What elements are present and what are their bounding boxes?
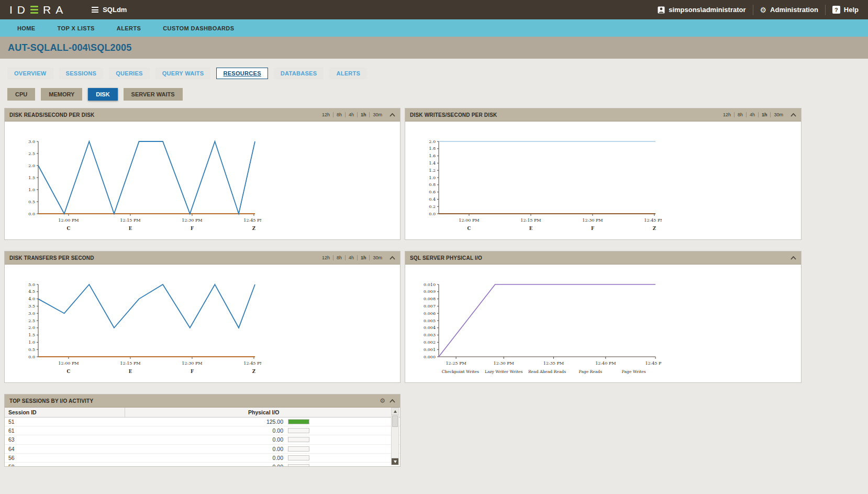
scrollbar-thumb[interactable]: [392, 415, 398, 427]
table-row[interactable]: 640.00: [5, 445, 400, 454]
hamburger-menu-icon[interactable]: [92, 6, 98, 14]
collapse-chevron-icon[interactable]: [791, 256, 796, 260]
nav-item-home[interactable]: HOME: [6, 25, 47, 31]
svg-text:12:45 PM: 12:45 PM: [645, 361, 662, 366]
svg-text:12:45 PM: 12:45 PM: [243, 361, 261, 366]
svg-text:F: F: [191, 226, 194, 231]
disk-transfers-chart: 0.00.51.01.52.02.53.03.54.04.55.012:00 P…: [15, 280, 400, 386]
table-row[interactable]: 51125.00: [5, 418, 400, 426]
collapse-chevron-icon[interactable]: [791, 113, 796, 117]
table-scrollbar[interactable]: [391, 408, 399, 465]
scroll-down-icon[interactable]: [392, 458, 398, 465]
top-bar: ID RA SQLdm simpsons\administrator ⚙ Adm…: [0, 0, 868, 19]
svg-text:0.010: 0.010: [424, 282, 436, 287]
svg-text:12:15 PM: 12:15 PM: [520, 218, 541, 223]
physical-io-value: 125.00: [129, 419, 283, 425]
svg-text:0.005: 0.005: [424, 319, 436, 323]
physical-io-bar: [288, 446, 309, 452]
help-button[interactable]: ? Help: [832, 6, 859, 14]
time-range-1h[interactable]: 1h: [358, 255, 370, 260]
svg-text:12:00 PM: 12:00 PM: [58, 218, 79, 223]
table-row[interactable]: 580.00: [5, 463, 400, 467]
svg-text:0.0: 0.0: [429, 212, 436, 216]
svg-text:0.000: 0.000: [424, 355, 436, 359]
time-range-8h[interactable]: 8h: [333, 255, 346, 260]
time-range-30m[interactable]: 30m: [370, 255, 385, 260]
time-range-8h[interactable]: 8h: [333, 112, 346, 117]
panel-title: DISK TRANSFERS PER SECOND: [9, 255, 94, 261]
time-range-12h[interactable]: 12h: [319, 255, 333, 260]
time-range-1h[interactable]: 1h: [358, 112, 370, 117]
svg-text:0.0: 0.0: [28, 212, 35, 216]
svg-text:0.006: 0.006: [424, 311, 436, 316]
user-menu[interactable]: simpsons\administrator: [658, 6, 745, 14]
svg-text:C: C: [468, 226, 471, 231]
time-range-4h[interactable]: 4h: [747, 112, 759, 117]
time-range-12h[interactable]: 12h: [319, 112, 333, 117]
tab-resources[interactable]: RESOURCES: [216, 68, 268, 79]
time-range-4h[interactable]: 4h: [346, 112, 358, 117]
time-range-12h[interactable]: 12h: [720, 112, 735, 117]
svg-text:4.0: 4.0: [28, 297, 35, 301]
nav-item-top-x-lists[interactable]: TOP X LISTS: [47, 25, 106, 31]
tab-overview[interactable]: OVERVIEW: [7, 68, 53, 79]
column-header-session-id[interactable]: Session ID: [5, 408, 125, 417]
collapse-chevron-icon[interactable]: [390, 256, 395, 260]
tab-queries[interactable]: QUERIES: [109, 68, 150, 79]
svg-text:12:30 PM: 12:30 PM: [182, 218, 202, 223]
subtab-memory[interactable]: MEMORY: [41, 88, 82, 101]
svg-text:0.2: 0.2: [429, 204, 436, 209]
chart-canvas: 0.00.51.01.52.02.53.012:00 PM12:15 PM12:…: [15, 137, 261, 241]
collapse-chevron-icon[interactable]: [390, 399, 395, 403]
table-row[interactable]: 630.00: [5, 435, 400, 444]
panel-disk-transfers: DISK TRANSFERS PER SECOND 12h8h4h1h30m 0…: [4, 251, 400, 383]
tab-sessions[interactable]: SESSIONS: [59, 68, 104, 79]
svg-text:2.0: 2.0: [429, 139, 436, 144]
time-range-selector: 12h8h4h1h30m: [720, 112, 786, 117]
svg-text:1.6: 1.6: [429, 153, 436, 158]
panel-title: TOP SESSIONS BY I/O ACTIVITY: [9, 398, 93, 404]
subtab-cpu[interactable]: CPU: [7, 88, 35, 101]
physical-io-bar: [288, 428, 309, 433]
subtab-disk[interactable]: DISK: [88, 88, 117, 101]
idera-logo-right: RA: [43, 4, 68, 16]
tab-databases[interactable]: DATABASES: [274, 68, 324, 79]
time-range-selector: 12h8h4h1h30m: [319, 112, 385, 117]
session-id-cell: 58: [5, 464, 129, 467]
subtab-server-waits[interactable]: SERVER WAITS: [124, 88, 183, 101]
administration-button[interactable]: ⚙ Administration: [760, 6, 818, 14]
session-id-cell: 64: [5, 446, 129, 452]
panel-header: TOP SESSIONS BY I/O ACTIVITY ⚙: [5, 394, 400, 408]
administration-label: Administration: [770, 6, 818, 14]
svg-text:1.5: 1.5: [28, 333, 35, 337]
nav-item-custom-dashboards[interactable]: CUSTOM DASHBOARDS: [152, 25, 245, 31]
scroll-up-icon[interactable]: [392, 408, 398, 415]
time-range-1h[interactable]: 1h: [759, 112, 771, 117]
tab-alerts[interactable]: ALERTS: [329, 68, 367, 79]
time-range-30m[interactable]: 30m: [771, 112, 786, 117]
physical-io-value: 0.00: [129, 446, 283, 452]
svg-text:Z: Z: [653, 226, 656, 231]
table-row[interactable]: 610.00: [5, 426, 400, 435]
svg-text:12:25 PM: 12:25 PM: [446, 361, 466, 366]
svg-text:0.5: 0.5: [28, 200, 35, 204]
collapse-chevron-icon[interactable]: [390, 113, 395, 117]
instance-tabs: OVERVIEWSESSIONSQUERIESQUERY WAITSRESOUR…: [7, 68, 861, 79]
physical-io-bar: [288, 419, 309, 424]
nav-item-alerts[interactable]: ALERTS: [106, 25, 152, 31]
svg-text:C: C: [67, 226, 71, 231]
panel-gear-icon[interactable]: ⚙: [380, 398, 385, 404]
panel-physical-io: SQL SERVER PHYSICAL I/O 0.0000.0010.0020…: [405, 251, 802, 383]
panel-top-sessions: TOP SESSIONS BY I/O ACTIVITY ⚙ Session I…: [4, 394, 400, 467]
time-range-4h[interactable]: 4h: [346, 255, 358, 260]
svg-text:1.8: 1.8: [429, 146, 436, 151]
panel-body: 0.00.51.01.52.02.53.012:00 PM12:15 PM12:…: [5, 137, 400, 255]
time-range-30m[interactable]: 30m: [370, 112, 385, 117]
time-range-8h[interactable]: 8h: [735, 112, 747, 117]
svg-text:1.0: 1.0: [28, 188, 35, 192]
table-row[interactable]: 560.00: [5, 454, 400, 463]
column-header-physical-io[interactable]: Physical I/O: [248, 409, 280, 415]
disk-reads-chart: 0.00.51.01.52.02.53.012:00 PM12:15 PM12:…: [15, 137, 400, 243]
tab-query-waits[interactable]: QUERY WAITS: [155, 68, 211, 79]
svg-text:5.0: 5.0: [28, 282, 35, 287]
